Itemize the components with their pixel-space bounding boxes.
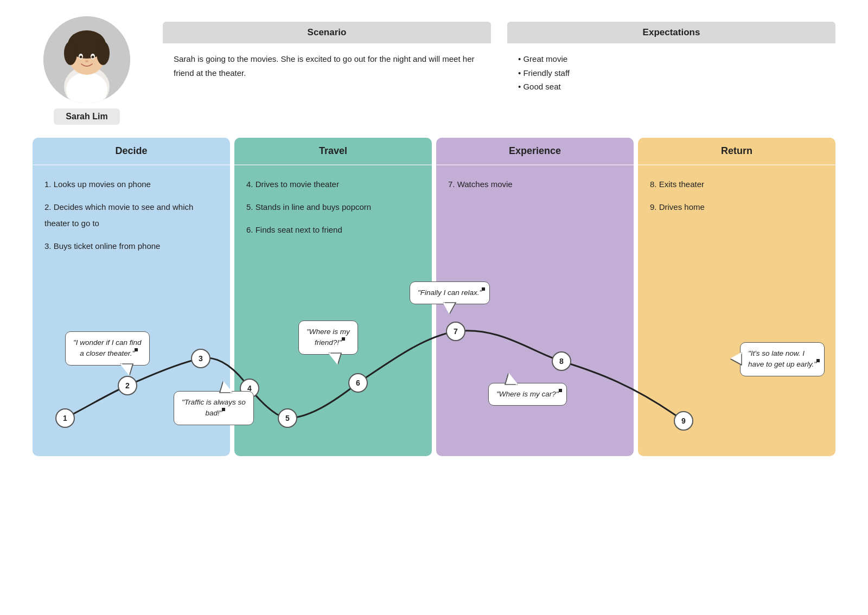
scenario-panel: Scenario Sarah is going to the movies. S… bbox=[163, 22, 491, 102]
phase-return: Return 8. Exits theater 9. Drives home bbox=[638, 138, 835, 272]
expectation-item-1: Great movie bbox=[518, 52, 825, 66]
step-5: 5. Stands in line and buys popcorn bbox=[246, 199, 420, 215]
svg-point-10 bbox=[92, 56, 94, 59]
svg-text:9: 9 bbox=[681, 417, 686, 425]
journey-curve-svg: 1 2 3 4 5 6 7 8 9 bbox=[33, 272, 835, 456]
phase-return-header: Return bbox=[638, 138, 835, 165]
phase-travel-steps: 4. Drives to movie theater 5. Stands in … bbox=[234, 165, 432, 255]
step-2: 2. Decides which movie to see and which … bbox=[44, 199, 218, 232]
scenario-body: Sarah is going to the movies. She is exc… bbox=[163, 43, 491, 88]
svg-text:3: 3 bbox=[199, 354, 203, 363]
expectations-panel: Expectations Great movie Friendly staff … bbox=[507, 22, 835, 102]
svg-text:2: 2 bbox=[125, 381, 130, 390]
step-1: 1. Looks up movies on phone bbox=[44, 176, 218, 193]
step-6: 6. Finds seat next to friend bbox=[246, 222, 420, 238]
top-section: Sarah Lim Scenario Sarah is going to the… bbox=[0, 0, 868, 125]
svg-point-5 bbox=[64, 41, 77, 65]
phase-experience: Experience 7. Watches movie bbox=[436, 138, 634, 272]
phase-return-steps: 8. Exits theater 9. Drives home bbox=[638, 165, 835, 233]
expectations-header: Expectations bbox=[507, 22, 835, 43]
step-3: 3. Buys ticket online from phone bbox=[44, 238, 218, 254]
svg-text:7: 7 bbox=[454, 327, 458, 336]
svg-point-9 bbox=[80, 56, 82, 59]
bubble-traffic-text: "Traffic is always sobad!" bbox=[182, 398, 246, 417]
svg-text:6: 6 bbox=[356, 379, 360, 387]
svg-text:8: 8 bbox=[559, 357, 564, 366]
persona-name: Sarah Lim bbox=[54, 108, 119, 125]
step-4: 4. Drives to movie theater bbox=[246, 176, 420, 193]
bubble-traffic: "Traffic is always sobad!" bbox=[174, 391, 254, 425]
expectations-list: Great movie Friendly staff Good seat bbox=[518, 52, 825, 94]
phase-experience-steps: 7. Watches movie bbox=[436, 165, 634, 210]
phase-travel-header: Travel bbox=[234, 138, 432, 165]
svg-point-11 bbox=[85, 60, 88, 62]
phase-decide-steps: 1. Looks up movies on phone 2. Decides w… bbox=[33, 165, 230, 272]
phase-experience-header: Experience bbox=[436, 138, 634, 165]
persona-box: Sarah Lim bbox=[33, 16, 141, 125]
scenario-header: Scenario bbox=[163, 22, 491, 43]
avatar bbox=[43, 16, 130, 103]
expectations-body: Great movie Friendly staff Good seat bbox=[507, 43, 835, 102]
svg-text:5: 5 bbox=[285, 414, 290, 422]
info-panels: Scenario Sarah is going to the movies. S… bbox=[163, 22, 835, 102]
step-9: 9. Drives home bbox=[650, 199, 824, 215]
svg-text:1: 1 bbox=[63, 414, 67, 422]
expectation-item-3: Good seat bbox=[518, 80, 825, 94]
expectation-item-2: Friendly staff bbox=[518, 66, 825, 80]
svg-point-6 bbox=[97, 41, 110, 65]
step-7: 7. Watches movie bbox=[448, 176, 622, 193]
step-8: 8. Exits theater bbox=[650, 176, 824, 193]
phase-decide-header: Decide bbox=[33, 138, 230, 165]
phase-decide: Decide 1. Looks up movies on phone 2. De… bbox=[33, 138, 230, 272]
phase-travel: Travel 4. Drives to movie theater 5. Sta… bbox=[234, 138, 432, 272]
